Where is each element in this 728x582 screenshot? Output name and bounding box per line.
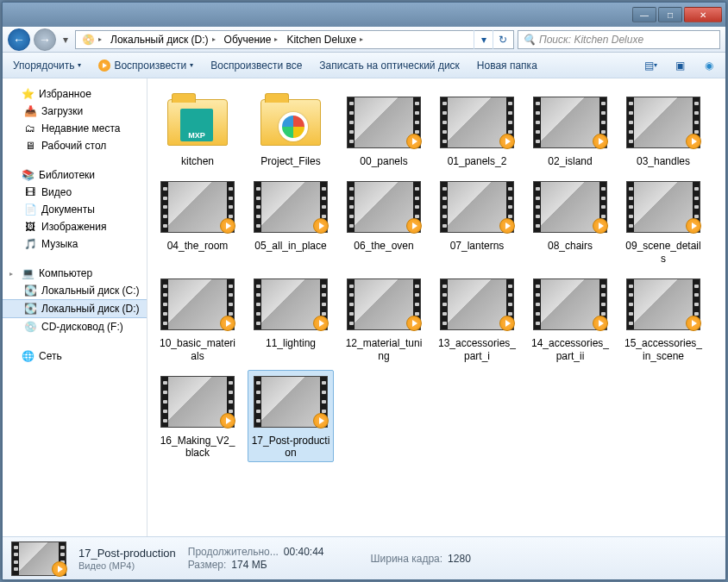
maximize-button[interactable]: □	[658, 7, 682, 22]
search-icon: 🔍	[522, 33, 536, 47]
play-overlay-icon	[499, 134, 515, 149]
nav-history-dropdown[interactable]: ▾	[60, 29, 72, 50]
video-tile[interactable]: 11_lighting	[248, 272, 334, 365]
tile-label: 03_handles	[635, 154, 692, 168]
sidebar-item-downloads[interactable]: 📥Загрузки	[3, 103, 147, 120]
libraries-icon: 📚	[21, 168, 35, 182]
star-icon: ⭐	[21, 87, 35, 101]
back-button[interactable]: ←	[8, 28, 30, 51]
network-icon: 🌐	[21, 349, 35, 363]
sidebar-item-cd[interactable]: 💿CD-дисковод (F:)	[3, 318, 147, 335]
details-filetype: Видео (MP4)	[78, 560, 176, 571]
sidebar-computer[interactable]: ▸💻Компьютер	[3, 265, 147, 282]
video-tile[interactable]: 07_lanterns	[434, 175, 520, 267]
video-tile[interactable]: 09_scene_details	[620, 175, 706, 267]
tile-label: 04_the_room	[166, 239, 230, 253]
play-overlay-icon	[52, 561, 67, 577]
tile-label: 12_material_tuning	[342, 336, 425, 363]
video-tile[interactable]: 08_chairs	[527, 175, 613, 267]
doc-icon: 📄	[23, 203, 37, 216]
address-dropdown-icon[interactable]: ▾	[474, 30, 493, 49]
sidebar-item-drive-d[interactable]: 💽Локальный диск (D:)	[3, 299, 147, 318]
nav-pane: ⭐Избранное 📥Загрузки 🗂Недавние места 🖥Ра…	[3, 78, 147, 536]
sidebar-network[interactable]: 🌐Сеть	[3, 347, 147, 365]
video-tile[interactable]: 01_panels_2	[434, 91, 520, 170]
view-options-button[interactable]: ▤ ▾	[641, 56, 660, 75]
tile-label: 01_panels_2	[446, 154, 509, 168]
video-tile[interactable]: 06_the_oven	[341, 175, 427, 267]
tile-label: 09_scene_details	[622, 239, 705, 266]
video-tile[interactable]: 04_the_room	[154, 175, 241, 267]
drive-icon: 💽	[23, 302, 37, 316]
video-tile[interactable]: 16_Making_V2_black	[154, 370, 241, 462]
sidebar-item-docs[interactable]: 📄Документы	[3, 201, 147, 218]
sidebar-item-desktop[interactable]: 🖥Рабочий стол	[3, 137, 147, 154]
minimize-button[interactable]: —	[632, 7, 656, 22]
sidebar-libraries[interactable]: 📚Библиотеки	[3, 166, 147, 184]
tile-label: 08_chairs	[546, 239, 594, 253]
play-overlay-icon	[220, 413, 235, 429]
folder-tile[interactable]: Project_Files	[248, 91, 334, 170]
video-tile[interactable]: 14_accessories_part_ii	[527, 272, 613, 365]
sidebar-item-music[interactable]: 🎵Музыка	[3, 235, 147, 253]
titlebar[interactable]: — □ ✕	[3, 3, 725, 27]
tile-label: kitchen	[179, 154, 216, 168]
tile-label: 13_accessories_part_i	[436, 336, 518, 363]
search-input[interactable]: 🔍 Поиск: Kitchen Deluxe	[518, 30, 720, 49]
folder-tile[interactable]: MXPkitchen	[154, 91, 241, 170]
forward-button[interactable]: →	[34, 28, 56, 51]
video-tile[interactable]: 13_accessories_part_i	[434, 272, 520, 365]
help-button[interactable]: ◉	[700, 56, 719, 75]
play-icon	[98, 59, 110, 72]
breadcrumb-seg[interactable]: Kitchen Deluxe▸	[283, 34, 368, 46]
tile-label: 16_Making_V2_black	[156, 434, 239, 460]
organize-menu[interactable]: Упорядочить ▾	[9, 58, 85, 73]
refresh-button[interactable]: ↻	[493, 30, 511, 49]
toolbar: Упорядочить ▾ Воспроизвести ▾ Воспроизве…	[3, 53, 725, 78]
sidebar-item-recent[interactable]: 🗂Недавние места	[3, 120, 147, 137]
tile-label: 11_lighting	[264, 336, 317, 350]
video-tile[interactable]: 17_Post-production	[248, 370, 334, 462]
play-all-button[interactable]: Воспроизвести все	[207, 58, 305, 73]
music-icon: 🎵	[23, 237, 37, 251]
tile-label: 17_Post-production	[249, 434, 332, 460]
close-button[interactable]: ✕	[684, 7, 722, 22]
drive-icon: 💽	[23, 284, 37, 297]
drive-icon: 📀	[81, 33, 95, 47]
address-bar[interactable]: 📀▸ Локальный диск (D:)▸ Обучение▸ Kitche…	[75, 30, 514, 49]
preview-pane-button[interactable]: ▣	[670, 56, 689, 75]
tile-label: 02_island	[546, 154, 593, 168]
video-tile[interactable]: 05_all_in_place	[248, 175, 334, 267]
breadcrumb-seg[interactable]: Локальный диск (D:)▸	[107, 34, 221, 46]
burn-button[interactable]: Записать на оптический диск	[316, 58, 463, 73]
tile-label: 05_all_in_place	[253, 239, 328, 253]
video-tile[interactable]: 00_panels	[341, 91, 427, 170]
tile-label: 07_lanterns	[449, 239, 506, 253]
sidebar-favorites[interactable]: ⭐Избранное	[3, 85, 147, 103]
tile-label: 10_basic_materials	[156, 336, 239, 363]
downloads-icon: 📥	[23, 104, 37, 118]
video-tile[interactable]: 02_island	[527, 91, 613, 170]
cd-icon: 💿	[23, 320, 37, 334]
sidebar-item-drive-c[interactable]: 💽Локальный диск (C:)	[3, 282, 147, 299]
video-icon: 🎞	[23, 185, 37, 199]
video-tile[interactable]: 15_accessories_in_scene	[620, 272, 706, 365]
explorer-window: — □ ✕ ← → ▾ 📀▸ Локальный диск (D:)▸ Обуч…	[2, 2, 726, 580]
sidebar-item-video[interactable]: 🎞Видео	[3, 184, 147, 201]
tile-label: Project_Files	[259, 154, 322, 168]
breadcrumb-seg[interactable]: Обучение▸	[221, 34, 284, 46]
play-button[interactable]: Воспроизвести ▾	[95, 58, 197, 73]
play-overlay-icon	[593, 134, 608, 149]
tile-label: 00_panels	[358, 154, 409, 168]
video-tile[interactable]: 03_handles	[620, 91, 706, 170]
play-overlay-icon	[406, 134, 422, 149]
desktop-icon: 🖥	[23, 139, 37, 153]
video-tile[interactable]: 12_material_tuning	[341, 272, 427, 365]
video-tile[interactable]: 10_basic_materials	[154, 272, 241, 365]
play-overlay-icon	[313, 413, 329, 429]
image-icon: 🖼	[23, 220, 37, 234]
file-grid[interactable]: MXPkitchenProject_Files00_panels01_panel…	[147, 78, 725, 536]
sidebar-item-images[interactable]: 🖼Изображения	[3, 218, 147, 235]
new-folder-button[interactable]: Новая папка	[474, 58, 541, 73]
play-overlay-icon	[686, 134, 701, 149]
